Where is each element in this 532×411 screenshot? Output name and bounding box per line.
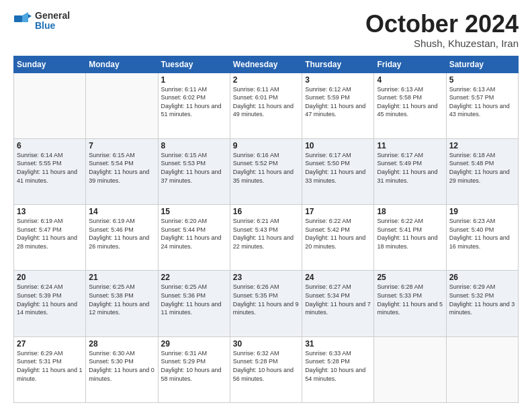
col-tuesday: Tuesday bbox=[158, 56, 230, 73]
table-row: 9Sunrise: 6:16 AM Sunset: 5:52 PM Daylig… bbox=[230, 138, 302, 204]
logo-blue-text: Blue bbox=[35, 21, 70, 31]
day-info: Sunrise: 6:24 AM Sunset: 5:39 PM Dayligh… bbox=[17, 283, 83, 316]
day-number: 22 bbox=[161, 273, 227, 282]
day-number: 13 bbox=[17, 207, 83, 216]
day-info: Sunrise: 6:22 AM Sunset: 5:41 PM Dayligh… bbox=[377, 217, 443, 250]
day-number: 25 bbox=[377, 273, 443, 282]
logo-text: General Blue bbox=[35, 11, 70, 32]
subtitle: Shush, Khuzestan, Iran bbox=[365, 38, 519, 49]
table-row: 10Sunrise: 6:17 AM Sunset: 5:50 PM Dayli… bbox=[302, 138, 374, 204]
day-number: 3 bbox=[305, 75, 371, 85]
day-number: 12 bbox=[449, 141, 515, 150]
day-number: 27 bbox=[17, 339, 83, 349]
day-number: 11 bbox=[377, 141, 443, 150]
col-thursday: Thursday bbox=[302, 56, 374, 73]
calendar-week-row: 27Sunrise: 6:29 AM Sunset: 5:31 PM Dayli… bbox=[14, 336, 519, 402]
day-info: Sunrise: 6:30 AM Sunset: 5:30 PM Dayligh… bbox=[89, 349, 154, 383]
table-row: 16Sunrise: 6:21 AM Sunset: 5:43 PM Dayli… bbox=[230, 205, 302, 271]
day-info: Sunrise: 6:27 AM Sunset: 5:34 PM Dayligh… bbox=[305, 283, 371, 316]
day-info: Sunrise: 6:19 AM Sunset: 5:46 PM Dayligh… bbox=[89, 217, 154, 250]
calendar-week-row: 20Sunrise: 6:24 AM Sunset: 5:39 PM Dayli… bbox=[14, 271, 519, 336]
table-row: 3Sunrise: 6:12 AM Sunset: 5:59 PM Daylig… bbox=[302, 73, 374, 138]
day-info: Sunrise: 6:11 AM Sunset: 6:01 PM Dayligh… bbox=[233, 85, 299, 119]
day-number: 6 bbox=[17, 141, 83, 150]
day-info: Sunrise: 6:32 AM Sunset: 5:28 PM Dayligh… bbox=[233, 349, 299, 383]
day-info: Sunrise: 6:14 AM Sunset: 5:55 PM Dayligh… bbox=[17, 151, 83, 185]
table-row: 21Sunrise: 6:25 AM Sunset: 5:38 PM Dayli… bbox=[86, 271, 158, 336]
day-number: 8 bbox=[161, 141, 227, 150]
table-row: 14Sunrise: 6:19 AM Sunset: 5:46 PM Dayli… bbox=[86, 205, 158, 271]
day-number: 14 bbox=[89, 207, 154, 216]
day-info: Sunrise: 6:12 AM Sunset: 5:59 PM Dayligh… bbox=[305, 85, 371, 119]
table-row: 20Sunrise: 6:24 AM Sunset: 5:39 PM Dayli… bbox=[14, 271, 86, 336]
logo: General Blue bbox=[13, 11, 70, 32]
day-number: 21 bbox=[89, 273, 154, 282]
table-row: 24Sunrise: 6:27 AM Sunset: 5:34 PM Dayli… bbox=[302, 271, 374, 336]
title-block: October 2024 Shush, Khuzestan, Iran bbox=[365, 11, 519, 49]
day-number: 10 bbox=[305, 141, 371, 150]
table-row: 22Sunrise: 6:25 AM Sunset: 5:36 PM Dayli… bbox=[158, 271, 230, 336]
table-row: 6Sunrise: 6:14 AM Sunset: 5:55 PM Daylig… bbox=[14, 138, 86, 204]
table-row: 12Sunrise: 6:18 AM Sunset: 5:48 PM Dayli… bbox=[446, 138, 518, 204]
month-title: October 2024 bbox=[365, 11, 519, 38]
day-info: Sunrise: 6:15 AM Sunset: 5:54 PM Dayligh… bbox=[89, 151, 154, 185]
day-info: Sunrise: 6:28 AM Sunset: 5:33 PM Dayligh… bbox=[377, 283, 443, 316]
day-number: 2 bbox=[233, 75, 299, 85]
day-info: Sunrise: 6:29 AM Sunset: 5:31 PM Dayligh… bbox=[17, 349, 83, 383]
table-row bbox=[374, 336, 446, 402]
day-number: 19 bbox=[449, 207, 515, 216]
table-row: 8Sunrise: 6:15 AM Sunset: 5:53 PM Daylig… bbox=[158, 138, 230, 204]
col-friday: Friday bbox=[374, 56, 446, 73]
day-number: 7 bbox=[89, 141, 154, 150]
col-wednesday: Wednesday bbox=[230, 56, 302, 73]
col-saturday: Saturday bbox=[446, 56, 518, 73]
table-row: 2Sunrise: 6:11 AM Sunset: 6:01 PM Daylig… bbox=[230, 73, 302, 138]
table-row: 30Sunrise: 6:32 AM Sunset: 5:28 PM Dayli… bbox=[230, 336, 302, 402]
day-info: Sunrise: 6:17 AM Sunset: 5:49 PM Dayligh… bbox=[377, 151, 443, 185]
table-row: 13Sunrise: 6:19 AM Sunset: 5:47 PM Dayli… bbox=[14, 205, 86, 271]
day-number: 20 bbox=[17, 273, 83, 282]
table-row: 26Sunrise: 6:29 AM Sunset: 5:32 PM Dayli… bbox=[446, 271, 518, 336]
table-row: 7Sunrise: 6:15 AM Sunset: 5:54 PM Daylig… bbox=[86, 138, 158, 204]
table-row: 31Sunrise: 6:33 AM Sunset: 5:28 PM Dayli… bbox=[302, 336, 374, 402]
day-info: Sunrise: 6:17 AM Sunset: 5:50 PM Dayligh… bbox=[305, 151, 371, 185]
table-row bbox=[14, 73, 86, 138]
day-info: Sunrise: 6:15 AM Sunset: 5:53 PM Dayligh… bbox=[161, 151, 227, 185]
calendar-header-row: Sunday Monday Tuesday Wednesday Thursday… bbox=[14, 56, 519, 73]
day-info: Sunrise: 6:18 AM Sunset: 5:48 PM Dayligh… bbox=[449, 151, 515, 185]
day-number: 28 bbox=[89, 339, 154, 349]
table-row: 29Sunrise: 6:31 AM Sunset: 5:29 PM Dayli… bbox=[158, 336, 230, 402]
day-info: Sunrise: 6:25 AM Sunset: 5:36 PM Dayligh… bbox=[161, 283, 227, 316]
day-number: 24 bbox=[305, 273, 371, 282]
day-info: Sunrise: 6:11 AM Sunset: 6:02 PM Dayligh… bbox=[161, 85, 227, 119]
table-row: 18Sunrise: 6:22 AM Sunset: 5:41 PM Dayli… bbox=[374, 205, 446, 271]
day-number: 31 bbox=[305, 339, 371, 349]
day-number: 16 bbox=[233, 207, 299, 216]
day-info: Sunrise: 6:31 AM Sunset: 5:29 PM Dayligh… bbox=[161, 349, 227, 383]
table-row: 15Sunrise: 6:20 AM Sunset: 5:44 PM Dayli… bbox=[158, 205, 230, 271]
calendar-week-row: 1Sunrise: 6:11 AM Sunset: 6:02 PM Daylig… bbox=[14, 73, 519, 138]
col-monday: Monday bbox=[86, 56, 158, 73]
day-info: Sunrise: 6:13 AM Sunset: 5:58 PM Dayligh… bbox=[377, 85, 443, 119]
table-row: 19Sunrise: 6:23 AM Sunset: 5:40 PM Dayli… bbox=[446, 205, 518, 271]
day-number: 5 bbox=[449, 75, 515, 85]
svg-marker-2 bbox=[28, 14, 32, 18]
day-number: 30 bbox=[233, 339, 299, 349]
table-row: 25Sunrise: 6:28 AM Sunset: 5:33 PM Dayli… bbox=[374, 271, 446, 336]
table-row: 1Sunrise: 6:11 AM Sunset: 6:02 PM Daylig… bbox=[158, 73, 230, 138]
day-info: Sunrise: 6:23 AM Sunset: 5:40 PM Dayligh… bbox=[449, 217, 515, 250]
calendar-week-row: 6Sunrise: 6:14 AM Sunset: 5:55 PM Daylig… bbox=[14, 138, 519, 204]
day-number: 23 bbox=[233, 273, 299, 282]
table-row: 4Sunrise: 6:13 AM Sunset: 5:58 PM Daylig… bbox=[374, 73, 446, 138]
table-row bbox=[86, 73, 158, 138]
table-row: 23Sunrise: 6:26 AM Sunset: 5:35 PM Dayli… bbox=[230, 271, 302, 336]
table-row: 17Sunrise: 6:22 AM Sunset: 5:42 PM Dayli… bbox=[302, 205, 374, 271]
calendar-table: Sunday Monday Tuesday Wednesday Thursday… bbox=[13, 56, 519, 403]
day-number: 15 bbox=[161, 207, 227, 216]
logo-icon bbox=[13, 11, 32, 30]
svg-marker-1 bbox=[22, 12, 28, 22]
day-number: 1 bbox=[161, 75, 227, 85]
day-info: Sunrise: 6:26 AM Sunset: 5:35 PM Dayligh… bbox=[233, 283, 299, 316]
day-info: Sunrise: 6:21 AM Sunset: 5:43 PM Dayligh… bbox=[233, 217, 299, 250]
header: General Blue October 2024 Shush, Khuzest… bbox=[13, 11, 519, 49]
